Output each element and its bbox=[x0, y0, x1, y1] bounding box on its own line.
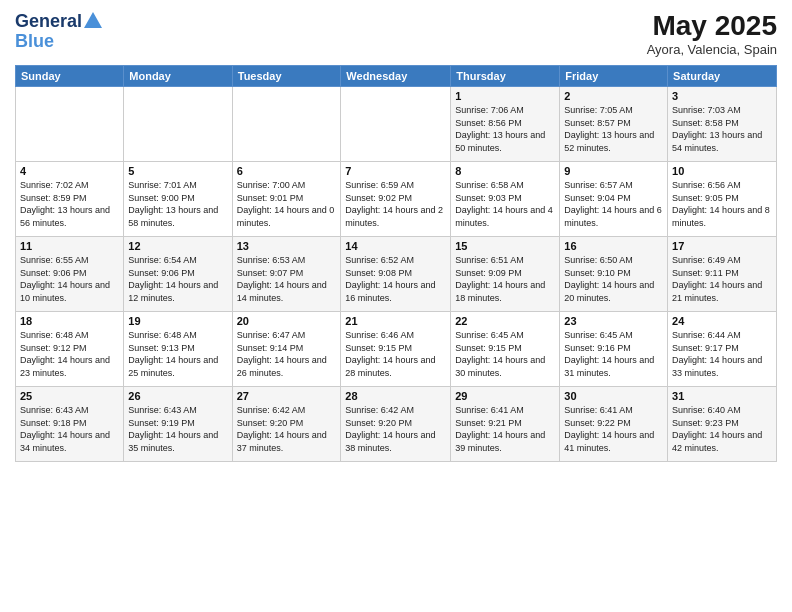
day-number: 5 bbox=[128, 165, 227, 177]
calendar-cell: 6Sunrise: 7:00 AM Sunset: 9:01 PM Daylig… bbox=[232, 162, 341, 237]
day-info: Sunrise: 7:02 AM Sunset: 8:59 PM Dayligh… bbox=[20, 179, 119, 229]
logo-blue: Blue bbox=[15, 32, 104, 50]
day-info: Sunrise: 6:54 AM Sunset: 9:06 PM Dayligh… bbox=[128, 254, 227, 304]
day-number: 29 bbox=[455, 390, 555, 402]
day-info: Sunrise: 6:52 AM Sunset: 9:08 PM Dayligh… bbox=[345, 254, 446, 304]
day-info: Sunrise: 6:40 AM Sunset: 9:23 PM Dayligh… bbox=[672, 404, 772, 454]
calendar-table: Sunday Monday Tuesday Wednesday Thursday… bbox=[15, 65, 777, 462]
calendar-cell: 20Sunrise: 6:47 AM Sunset: 9:14 PM Dayli… bbox=[232, 312, 341, 387]
day-info: Sunrise: 6:56 AM Sunset: 9:05 PM Dayligh… bbox=[672, 179, 772, 229]
day-number: 6 bbox=[237, 165, 337, 177]
day-number: 10 bbox=[672, 165, 772, 177]
calendar-cell bbox=[341, 87, 451, 162]
day-info: Sunrise: 6:57 AM Sunset: 9:04 PM Dayligh… bbox=[564, 179, 663, 229]
calendar-week-row: 4Sunrise: 7:02 AM Sunset: 8:59 PM Daylig… bbox=[16, 162, 777, 237]
day-number: 30 bbox=[564, 390, 663, 402]
calendar-cell: 10Sunrise: 6:56 AM Sunset: 9:05 PM Dayli… bbox=[668, 162, 777, 237]
svg-marker-0 bbox=[84, 12, 102, 28]
header-saturday: Saturday bbox=[668, 66, 777, 87]
day-number: 18 bbox=[20, 315, 119, 327]
logo-icon bbox=[82, 10, 104, 32]
day-number: 13 bbox=[237, 240, 337, 252]
calendar-cell: 14Sunrise: 6:52 AM Sunset: 9:08 PM Dayli… bbox=[341, 237, 451, 312]
day-info: Sunrise: 6:55 AM Sunset: 9:06 PM Dayligh… bbox=[20, 254, 119, 304]
day-info: Sunrise: 6:41 AM Sunset: 9:21 PM Dayligh… bbox=[455, 404, 555, 454]
day-info: Sunrise: 6:49 AM Sunset: 9:11 PM Dayligh… bbox=[672, 254, 772, 304]
weekday-header-row: Sunday Monday Tuesday Wednesday Thursday… bbox=[16, 66, 777, 87]
page-header: General Blue May 2025 Ayora, Valencia, S… bbox=[15, 10, 777, 57]
day-number: 22 bbox=[455, 315, 555, 327]
day-number: 14 bbox=[345, 240, 446, 252]
calendar-cell: 2Sunrise: 7:05 AM Sunset: 8:57 PM Daylig… bbox=[560, 87, 668, 162]
calendar-cell: 25Sunrise: 6:43 AM Sunset: 9:18 PM Dayli… bbox=[16, 387, 124, 462]
calendar-cell: 26Sunrise: 6:43 AM Sunset: 9:19 PM Dayli… bbox=[124, 387, 232, 462]
day-number: 4 bbox=[20, 165, 119, 177]
day-info: Sunrise: 7:01 AM Sunset: 9:00 PM Dayligh… bbox=[128, 179, 227, 229]
day-number: 23 bbox=[564, 315, 663, 327]
day-info: Sunrise: 6:47 AM Sunset: 9:14 PM Dayligh… bbox=[237, 329, 337, 379]
calendar-cell: 12Sunrise: 6:54 AM Sunset: 9:06 PM Dayli… bbox=[124, 237, 232, 312]
calendar-cell: 29Sunrise: 6:41 AM Sunset: 9:21 PM Dayli… bbox=[451, 387, 560, 462]
calendar-cell: 1Sunrise: 7:06 AM Sunset: 8:56 PM Daylig… bbox=[451, 87, 560, 162]
day-number: 11 bbox=[20, 240, 119, 252]
calendar-cell: 31Sunrise: 6:40 AM Sunset: 9:23 PM Dayli… bbox=[668, 387, 777, 462]
month-title: May 2025 bbox=[647, 10, 777, 42]
calendar-cell: 21Sunrise: 6:46 AM Sunset: 9:15 PM Dayli… bbox=[341, 312, 451, 387]
location: Ayora, Valencia, Spain bbox=[647, 42, 777, 57]
day-number: 7 bbox=[345, 165, 446, 177]
calendar-cell: 23Sunrise: 6:45 AM Sunset: 9:16 PM Dayli… bbox=[560, 312, 668, 387]
calendar-cell: 19Sunrise: 6:48 AM Sunset: 9:13 PM Dayli… bbox=[124, 312, 232, 387]
day-number: 25 bbox=[20, 390, 119, 402]
day-info: Sunrise: 6:51 AM Sunset: 9:09 PM Dayligh… bbox=[455, 254, 555, 304]
calendar-cell: 22Sunrise: 6:45 AM Sunset: 9:15 PM Dayli… bbox=[451, 312, 560, 387]
day-info: Sunrise: 6:45 AM Sunset: 9:16 PM Dayligh… bbox=[564, 329, 663, 379]
day-number: 2 bbox=[564, 90, 663, 102]
day-info: Sunrise: 6:44 AM Sunset: 9:17 PM Dayligh… bbox=[672, 329, 772, 379]
day-info: Sunrise: 6:42 AM Sunset: 9:20 PM Dayligh… bbox=[237, 404, 337, 454]
day-info: Sunrise: 7:03 AM Sunset: 8:58 PM Dayligh… bbox=[672, 104, 772, 154]
calendar-week-row: 1Sunrise: 7:06 AM Sunset: 8:56 PM Daylig… bbox=[16, 87, 777, 162]
day-number: 27 bbox=[237, 390, 337, 402]
day-info: Sunrise: 6:53 AM Sunset: 9:07 PM Dayligh… bbox=[237, 254, 337, 304]
calendar-cell: 3Sunrise: 7:03 AM Sunset: 8:58 PM Daylig… bbox=[668, 87, 777, 162]
day-info: Sunrise: 6:45 AM Sunset: 9:15 PM Dayligh… bbox=[455, 329, 555, 379]
header-friday: Friday bbox=[560, 66, 668, 87]
logo: General Blue bbox=[15, 10, 104, 50]
calendar-cell: 16Sunrise: 6:50 AM Sunset: 9:10 PM Dayli… bbox=[560, 237, 668, 312]
calendar-cell: 24Sunrise: 6:44 AM Sunset: 9:17 PM Dayli… bbox=[668, 312, 777, 387]
day-info: Sunrise: 6:42 AM Sunset: 9:20 PM Dayligh… bbox=[345, 404, 446, 454]
calendar-week-row: 18Sunrise: 6:48 AM Sunset: 9:12 PM Dayli… bbox=[16, 312, 777, 387]
day-number: 31 bbox=[672, 390, 772, 402]
day-info: Sunrise: 6:48 AM Sunset: 9:13 PM Dayligh… bbox=[128, 329, 227, 379]
day-info: Sunrise: 7:05 AM Sunset: 8:57 PM Dayligh… bbox=[564, 104, 663, 154]
day-info: Sunrise: 6:48 AM Sunset: 9:12 PM Dayligh… bbox=[20, 329, 119, 379]
calendar-cell: 15Sunrise: 6:51 AM Sunset: 9:09 PM Dayli… bbox=[451, 237, 560, 312]
calendar-cell: 28Sunrise: 6:42 AM Sunset: 9:20 PM Dayli… bbox=[341, 387, 451, 462]
day-number: 17 bbox=[672, 240, 772, 252]
day-number: 24 bbox=[672, 315, 772, 327]
calendar-cell bbox=[232, 87, 341, 162]
day-number: 21 bbox=[345, 315, 446, 327]
calendar-cell: 27Sunrise: 6:42 AM Sunset: 9:20 PM Dayli… bbox=[232, 387, 341, 462]
day-info: Sunrise: 6:43 AM Sunset: 9:18 PM Dayligh… bbox=[20, 404, 119, 454]
calendar-cell: 7Sunrise: 6:59 AM Sunset: 9:02 PM Daylig… bbox=[341, 162, 451, 237]
day-number: 8 bbox=[455, 165, 555, 177]
day-number: 28 bbox=[345, 390, 446, 402]
day-number: 15 bbox=[455, 240, 555, 252]
header-tuesday: Tuesday bbox=[232, 66, 341, 87]
day-number: 3 bbox=[672, 90, 772, 102]
page-container: General Blue May 2025 Ayora, Valencia, S… bbox=[0, 0, 792, 612]
calendar-cell bbox=[124, 87, 232, 162]
header-wednesday: Wednesday bbox=[341, 66, 451, 87]
day-number: 16 bbox=[564, 240, 663, 252]
calendar-cell: 5Sunrise: 7:01 AM Sunset: 9:00 PM Daylig… bbox=[124, 162, 232, 237]
day-number: 12 bbox=[128, 240, 227, 252]
calendar-cell: 11Sunrise: 6:55 AM Sunset: 9:06 PM Dayli… bbox=[16, 237, 124, 312]
calendar-cell: 4Sunrise: 7:02 AM Sunset: 8:59 PM Daylig… bbox=[16, 162, 124, 237]
calendar-cell: 18Sunrise: 6:48 AM Sunset: 9:12 PM Dayli… bbox=[16, 312, 124, 387]
title-block: May 2025 Ayora, Valencia, Spain bbox=[647, 10, 777, 57]
day-info: Sunrise: 6:58 AM Sunset: 9:03 PM Dayligh… bbox=[455, 179, 555, 229]
day-number: 9 bbox=[564, 165, 663, 177]
logo-text: General bbox=[15, 12, 82, 30]
calendar-cell: 9Sunrise: 6:57 AM Sunset: 9:04 PM Daylig… bbox=[560, 162, 668, 237]
